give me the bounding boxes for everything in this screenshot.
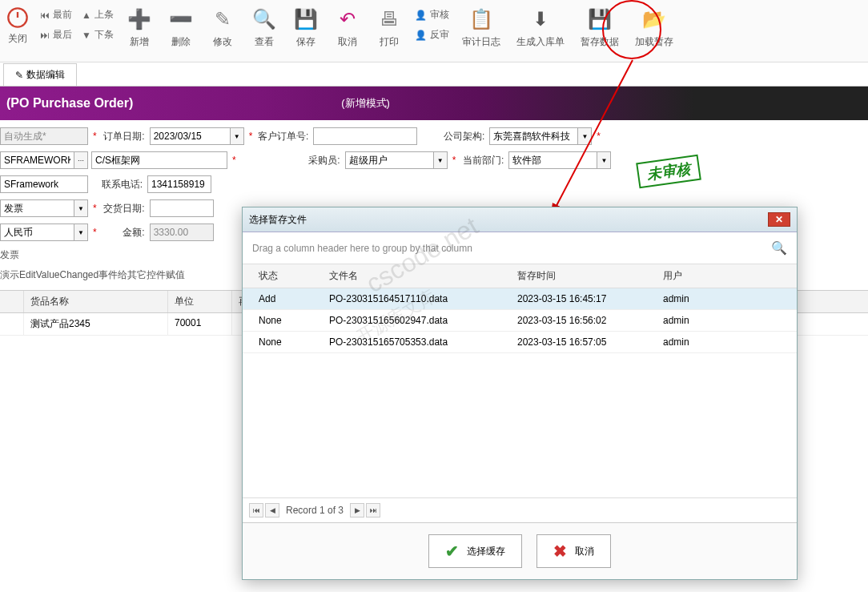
framework-combo[interactable]: ⋯ <box>0 151 88 169</box>
nav-prev-button[interactable]: ◀ <box>265 503 279 517</box>
save-icon: 💾 <box>293 6 319 32</box>
view-icon: 🔍 <box>251 6 277 32</box>
nav-last-button[interactable]: ⏭ <box>366 503 380 517</box>
dialog-actions: ✔ 选择缓存 ✖ 取消 <box>243 522 797 579</box>
loadtemp-icon: 📂 <box>641 6 667 32</box>
close-button[interactable]: 关闭 <box>0 3 35 49</box>
delete-button[interactable]: ➖删除 <box>160 3 202 52</box>
tab-data-edit[interactable]: ✎ 数据编辑 <box>3 63 77 86</box>
save-button[interactable]: 💾保存 <box>285 3 327 52</box>
genstock-button[interactable]: ⬇生成入库单 <box>508 3 573 52</box>
delete-icon: ➖ <box>168 6 194 32</box>
org-combo[interactable]: ▼ <box>489 127 592 145</box>
chevron-down-icon[interactable]: ▼ <box>230 127 244 145</box>
savetemp-icon: 💾 <box>587 6 613 32</box>
nav-first[interactable]: ⏮最前 <box>38 5 74 25</box>
buyer-combo[interactable]: ▼ <box>345 151 448 169</box>
table-row[interactable]: None PO-230315165705353.data 2023-03-15 … <box>243 332 797 353</box>
nav-group2: ▲上条 ▼下条 <box>77 3 119 46</box>
tabstrip: ✎ 数据编辑 <box>0 62 868 87</box>
edit-button[interactable]: ✎修改 <box>202 3 243 52</box>
invoice-combo[interactable]: ▼ <box>0 199 88 217</box>
close-icon: ✖ <box>553 542 567 561</box>
col-time[interactable]: 暂存时间 <box>511 264 657 288</box>
dialog-close-button[interactable]: ✕ <box>768 212 790 227</box>
main-toolbar: 关闭 ⏮最前 ⏭最后 ▲上条 ▼下条 ➕新增 ➖删除 ✎修改 🔍查看 💾保存 ↶… <box>0 0 868 62</box>
dialog-grid-header: 状态 文件名 暂存时间 用户 <box>243 264 797 288</box>
buyer-label: 采购员: <box>289 154 345 167</box>
col-state[interactable]: 状态 <box>243 264 323 288</box>
cancel-button[interactable]: ↶取消 <box>327 3 368 52</box>
col-unit[interactable]: 单位 <box>168 291 232 312</box>
amount-label: 金额: <box>102 226 150 240</box>
edit-icon: ✎ <box>15 70 23 81</box>
order-date-combo[interactable]: ▼ <box>150 127 244 145</box>
nav-first-button[interactable]: ⏮ <box>249 503 263 517</box>
col-user[interactable]: 用户 <box>657 264 769 288</box>
framework2-field[interactable] <box>0 175 88 193</box>
last-icon: ⏭ <box>40 30 50 41</box>
print-button[interactable]: 🖶打印 <box>368 3 410 52</box>
delivery-label: 交货日期: <box>102 202 150 215</box>
dialog-titlebar: 选择暂存文件 ✕ <box>243 207 797 232</box>
approve-button[interactable]: 👤审核 <box>413 5 451 25</box>
first-icon: ⏮ <box>40 10 50 21</box>
page-banner: (PO Purchase Order) (新增模式) <box>0 87 868 120</box>
dept-label: 当前部门: <box>460 154 508 167</box>
cust-order-label: 客户订单号: <box>257 130 313 143</box>
phone-field[interactable] <box>147 175 211 193</box>
edit-icon: ✎ <box>210 6 235 32</box>
nav-next[interactable]: ▼下条 <box>80 25 115 45</box>
select-cache-button[interactable]: ✔ 选择缓存 <box>428 534 522 568</box>
cust-order-field[interactable] <box>313 127 417 145</box>
order-no-field <box>0 127 88 145</box>
nav-group: ⏮最前 ⏭最后 <box>35 3 77 46</box>
page-mode: (新增模式) <box>341 96 390 111</box>
dialog-title: 选择暂存文件 <box>249 213 307 227</box>
check-icon: ✔ <box>445 542 459 561</box>
unapprove-button[interactable]: 👤反审 <box>413 25 451 45</box>
table-row[interactable]: Add PO-230315164517110.data 2023-03-15 1… <box>243 288 797 310</box>
search-icon[interactable]: 🔍 <box>771 240 787 256</box>
dept-combo[interactable]: ▼ <box>508 151 611 169</box>
temp-file-dialog: 选择暂存文件 ✕ Drag a column header here to gr… <box>242 207 798 580</box>
nav-next-button[interactable]: ▶ <box>350 503 364 517</box>
add-icon: ➕ <box>127 6 152 32</box>
savetemp-button[interactable]: 💾暂存数据 <box>573 3 627 52</box>
framework-name-field[interactable] <box>91 151 227 169</box>
amount-field <box>150 224 214 241</box>
chevron-down-icon[interactable]: ▼ <box>74 224 88 241</box>
delivery-field[interactable] <box>150 199 214 217</box>
chevron-down-icon[interactable]: ▼ <box>577 127 592 145</box>
phone-label: 联系电话: <box>88 178 147 191</box>
page-title: (PO Purchase Order) <box>6 96 133 111</box>
record-position: Record 1 of 3 <box>286 505 344 516</box>
group-panel[interactable]: Drag a column header here to group by th… <box>243 232 797 264</box>
chevron-down-icon[interactable]: ▼ <box>597 151 611 169</box>
down-icon: ▼ <box>82 30 91 41</box>
table-row[interactable]: None PO-230315165602947.data 2023-03-15 … <box>243 310 797 332</box>
chevron-down-icon[interactable]: ▼ <box>74 199 88 217</box>
ellipsis-icon[interactable]: ⋯ <box>74 151 88 169</box>
nav-prev[interactable]: ▲上条 <box>80 5 115 25</box>
log-icon: 📋 <box>468 6 494 32</box>
chevron-down-icon[interactable]: ▼ <box>433 151 448 169</box>
cancel-icon: ↶ <box>335 6 360 32</box>
nav-last[interactable]: ⏭最后 <box>38 25 74 45</box>
unapprove-icon: 👤 <box>415 30 427 41</box>
col-product-name[interactable]: 货品名称 <box>24 291 168 312</box>
org-label: 公司架构: <box>433 130 489 143</box>
order-date-label: 订单日期: <box>102 130 150 143</box>
loadtemp-button[interactable]: 📂加载暂存 <box>627 3 681 52</box>
print-icon: 🖶 <box>376 6 402 32</box>
auditlog-button[interactable]: 📋审计日志 <box>454 3 508 52</box>
cancel-dialog-button[interactable]: ✖ 取消 <box>536 534 611 568</box>
approve-icon: 👤 <box>415 10 427 21</box>
cart-icon: ⬇ <box>528 6 553 32</box>
dialog-grid: 状态 文件名 暂存时间 用户 Add PO-230315164517110.da… <box>243 264 797 497</box>
add-button[interactable]: ➕新增 <box>119 3 160 52</box>
col-file[interactable]: 文件名 <box>323 264 511 288</box>
view-button[interactable]: 🔍查看 <box>243 3 285 52</box>
up-icon: ▲ <box>82 10 91 21</box>
currency-combo[interactable]: ▼ <box>0 224 88 241</box>
